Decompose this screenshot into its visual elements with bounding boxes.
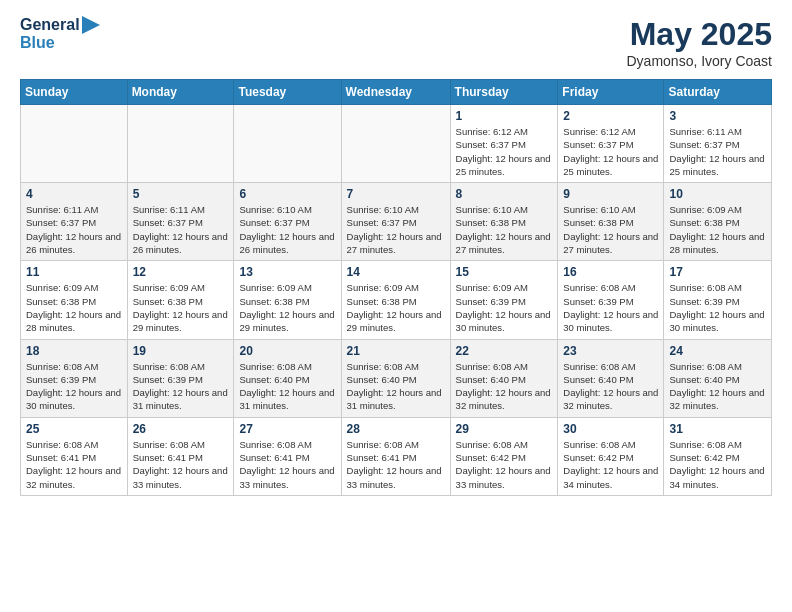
logo-arrow-icon [82,16,100,34]
table-cell: 7Sunrise: 6:10 AM Sunset: 6:37 PM Daylig… [341,183,450,261]
day-info: Sunrise: 6:10 AM Sunset: 6:37 PM Dayligh… [239,203,335,256]
day-number: 12 [133,265,229,279]
day-number: 23 [563,344,658,358]
day-info: Sunrise: 6:09 AM Sunset: 6:38 PM Dayligh… [26,281,122,334]
day-number: 24 [669,344,766,358]
day-info: Sunrise: 6:08 AM Sunset: 6:40 PM Dayligh… [563,360,658,413]
table-cell: 22Sunrise: 6:08 AM Sunset: 6:40 PM Dayli… [450,339,558,417]
location: Dyamonso, Ivory Coast [627,53,773,69]
table-cell: 16Sunrise: 6:08 AM Sunset: 6:39 PM Dayli… [558,261,664,339]
table-cell: 10Sunrise: 6:09 AM Sunset: 6:38 PM Dayli… [664,183,772,261]
col-wednesday: Wednesday [341,80,450,105]
day-info: Sunrise: 6:08 AM Sunset: 6:39 PM Dayligh… [26,360,122,413]
table-cell: 27Sunrise: 6:08 AM Sunset: 6:41 PM Dayli… [234,417,341,495]
day-number: 5 [133,187,229,201]
day-info: Sunrise: 6:08 AM Sunset: 6:42 PM Dayligh… [456,438,553,491]
table-cell: 5Sunrise: 6:11 AM Sunset: 6:37 PM Daylig… [127,183,234,261]
day-number: 11 [26,265,122,279]
table-cell: 21Sunrise: 6:08 AM Sunset: 6:40 PM Dayli… [341,339,450,417]
month-year: May 2025 [627,16,773,53]
day-info: Sunrise: 6:08 AM Sunset: 6:41 PM Dayligh… [239,438,335,491]
day-info: Sunrise: 6:08 AM Sunset: 6:39 PM Dayligh… [563,281,658,334]
day-info: Sunrise: 6:08 AM Sunset: 6:39 PM Dayligh… [133,360,229,413]
day-number: 13 [239,265,335,279]
col-friday: Friday [558,80,664,105]
day-info: Sunrise: 6:09 AM Sunset: 6:38 PM Dayligh… [347,281,445,334]
day-info: Sunrise: 6:11 AM Sunset: 6:37 PM Dayligh… [669,125,766,178]
day-number: 4 [26,187,122,201]
day-number: 14 [347,265,445,279]
day-number: 6 [239,187,335,201]
day-info: Sunrise: 6:08 AM Sunset: 6:40 PM Dayligh… [347,360,445,413]
day-info: Sunrise: 6:10 AM Sunset: 6:38 PM Dayligh… [563,203,658,256]
day-number: 15 [456,265,553,279]
calendar: Sunday Monday Tuesday Wednesday Thursday… [20,79,772,496]
day-info: Sunrise: 6:08 AM Sunset: 6:41 PM Dayligh… [347,438,445,491]
day-number: 1 [456,109,553,123]
day-number: 10 [669,187,766,201]
day-number: 22 [456,344,553,358]
day-number: 18 [26,344,122,358]
table-cell: 23Sunrise: 6:08 AM Sunset: 6:40 PM Dayli… [558,339,664,417]
table-cell: 3Sunrise: 6:11 AM Sunset: 6:37 PM Daylig… [664,105,772,183]
week-row-5: 25Sunrise: 6:08 AM Sunset: 6:41 PM Dayli… [21,417,772,495]
day-info: Sunrise: 6:08 AM Sunset: 6:42 PM Dayligh… [563,438,658,491]
table-cell: 15Sunrise: 6:09 AM Sunset: 6:39 PM Dayli… [450,261,558,339]
day-info: Sunrise: 6:08 AM Sunset: 6:41 PM Dayligh… [133,438,229,491]
day-info: Sunrise: 6:09 AM Sunset: 6:38 PM Dayligh… [669,203,766,256]
table-cell [127,105,234,183]
week-row-1: 1Sunrise: 6:12 AM Sunset: 6:37 PM Daylig… [21,105,772,183]
day-number: 25 [26,422,122,436]
table-cell: 6Sunrise: 6:10 AM Sunset: 6:37 PM Daylig… [234,183,341,261]
table-cell: 4Sunrise: 6:11 AM Sunset: 6:37 PM Daylig… [21,183,128,261]
table-cell [21,105,128,183]
table-cell: 30Sunrise: 6:08 AM Sunset: 6:42 PM Dayli… [558,417,664,495]
col-tuesday: Tuesday [234,80,341,105]
day-number: 26 [133,422,229,436]
week-row-4: 18Sunrise: 6:08 AM Sunset: 6:39 PM Dayli… [21,339,772,417]
day-number: 21 [347,344,445,358]
day-number: 8 [456,187,553,201]
page: General Blue May 2025 Dyamonso, Ivory Co… [0,0,792,512]
day-info: Sunrise: 6:08 AM Sunset: 6:39 PM Dayligh… [669,281,766,334]
col-saturday: Saturday [664,80,772,105]
table-cell: 13Sunrise: 6:09 AM Sunset: 6:38 PM Dayli… [234,261,341,339]
day-number: 27 [239,422,335,436]
table-cell: 11Sunrise: 6:09 AM Sunset: 6:38 PM Dayli… [21,261,128,339]
col-thursday: Thursday [450,80,558,105]
table-cell: 14Sunrise: 6:09 AM Sunset: 6:38 PM Dayli… [341,261,450,339]
day-number: 19 [133,344,229,358]
logo-blue: Blue [20,34,100,52]
day-info: Sunrise: 6:11 AM Sunset: 6:37 PM Dayligh… [133,203,229,256]
table-cell: 17Sunrise: 6:08 AM Sunset: 6:39 PM Dayli… [664,261,772,339]
table-cell: 1Sunrise: 6:12 AM Sunset: 6:37 PM Daylig… [450,105,558,183]
logo-text: General Blue [20,16,100,52]
day-info: Sunrise: 6:11 AM Sunset: 6:37 PM Dayligh… [26,203,122,256]
day-info: Sunrise: 6:08 AM Sunset: 6:41 PM Dayligh… [26,438,122,491]
table-cell: 19Sunrise: 6:08 AM Sunset: 6:39 PM Dayli… [127,339,234,417]
table-cell: 28Sunrise: 6:08 AM Sunset: 6:41 PM Dayli… [341,417,450,495]
week-row-2: 4Sunrise: 6:11 AM Sunset: 6:37 PM Daylig… [21,183,772,261]
table-cell: 24Sunrise: 6:08 AM Sunset: 6:40 PM Dayli… [664,339,772,417]
day-info: Sunrise: 6:08 AM Sunset: 6:40 PM Dayligh… [669,360,766,413]
table-cell: 18Sunrise: 6:08 AM Sunset: 6:39 PM Dayli… [21,339,128,417]
logo-general: General [20,16,80,34]
day-number: 2 [563,109,658,123]
day-number: 17 [669,265,766,279]
table-cell: 8Sunrise: 6:10 AM Sunset: 6:38 PM Daylig… [450,183,558,261]
table-cell: 25Sunrise: 6:08 AM Sunset: 6:41 PM Dayli… [21,417,128,495]
week-row-3: 11Sunrise: 6:09 AM Sunset: 6:38 PM Dayli… [21,261,772,339]
days-header-row: Sunday Monday Tuesday Wednesday Thursday… [21,80,772,105]
day-info: Sunrise: 6:09 AM Sunset: 6:38 PM Dayligh… [239,281,335,334]
header: General Blue May 2025 Dyamonso, Ivory Co… [20,16,772,69]
day-number: 28 [347,422,445,436]
day-number: 31 [669,422,766,436]
day-info: Sunrise: 6:10 AM Sunset: 6:37 PM Dayligh… [347,203,445,256]
day-info: Sunrise: 6:08 AM Sunset: 6:40 PM Dayligh… [239,360,335,413]
table-cell [234,105,341,183]
day-number: 20 [239,344,335,358]
day-info: Sunrise: 6:09 AM Sunset: 6:39 PM Dayligh… [456,281,553,334]
title-block: May 2025 Dyamonso, Ivory Coast [627,16,773,69]
col-monday: Monday [127,80,234,105]
day-number: 30 [563,422,658,436]
